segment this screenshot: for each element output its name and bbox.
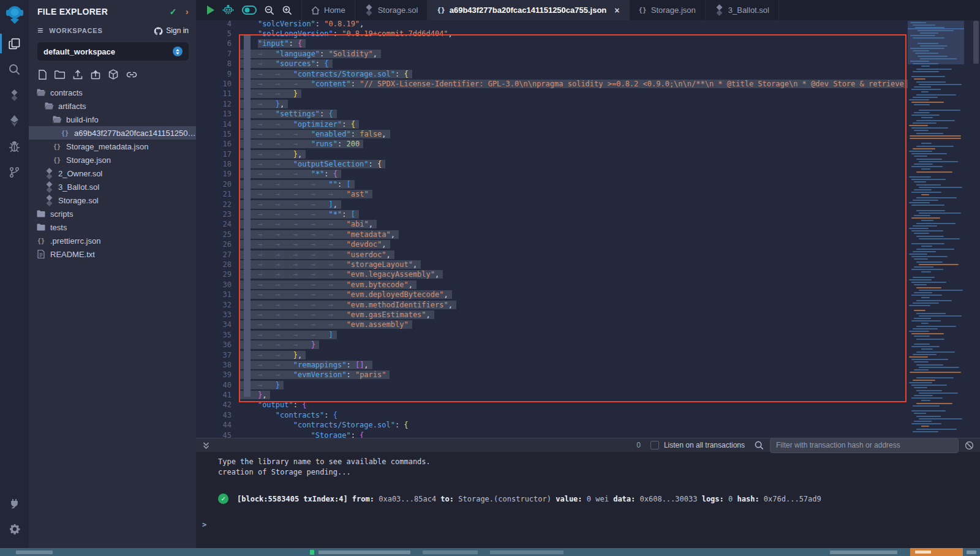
tree-item-artifacts[interactable]: artifacts — [29, 99, 196, 113]
code-line-33[interactable]: 33 → → → → → "evm.gasEstimates", — [196, 310, 908, 320]
code-line-16[interactable]: 16 → → → "runs": 200 — [196, 139, 908, 149]
code-line-14[interactable]: 14 → → "optimizer": { — [196, 119, 908, 129]
close-tab-icon[interactable]: × — [614, 6, 619, 15]
code-line-11[interactable]: 11 → → } — [196, 89, 908, 99]
code-line-37[interactable]: 37 → → }, — [196, 350, 908, 360]
rail-item-source-control[interactable] — [0, 159, 29, 185]
code-line-27[interactable]: 27 → → → → → "userdoc", — [196, 250, 908, 260]
sign-in-button[interactable]: Sign in — [154, 26, 189, 35]
code-line-23[interactable]: 23 → → → → "*": [ — [196, 209, 908, 219]
hamburger-menu-icon[interactable]: ≡ — [37, 25, 43, 36]
tab-a69b43f277ba20fcac141151250ca755-json[interactable]: {}a69b43f277ba20fcac141151250ca755.json× — [427, 0, 628, 20]
gutter-selection-strip — [244, 34, 251, 397]
code-line-4[interactable]: 4 "solcVersion": "0.8.19", — [196, 20, 908, 29]
code-line-7[interactable]: 7 → "language": "Solidity", — [196, 49, 908, 59]
new-file-icon[interactable] — [39, 70, 47, 80]
code-line-41[interactable]: 41 }, — [196, 390, 908, 400]
upload-file-icon[interactable] — [73, 70, 83, 80]
rail-item-settings[interactable] — [0, 516, 29, 542]
tree-item-build-info[interactable]: build-info — [29, 113, 196, 126]
code-line-36[interactable]: 36 → → → } — [196, 340, 908, 350]
new-folder-icon[interactable] — [55, 70, 65, 79]
code-line-34[interactable]: 34 → → → → → "evm.assembly" — [196, 320, 908, 329]
editor-scrollbar-thumb[interactable] — [973, 21, 979, 64]
code-line-21[interactable]: 21 → → → → → "ast" — [196, 189, 908, 199]
terminal-search-icon[interactable] — [755, 441, 764, 450]
code-line-9[interactable]: 9 → → "contracts/Storage.sol": { — [196, 69, 908, 79]
terminal[interactable]: Type the library name to see available c… — [196, 452, 980, 548]
code-line-10[interactable]: 10 → → → "content": "// SPDX-License-Ide… — [196, 79, 908, 89]
rail-item-search[interactable] — [0, 56, 29, 82]
code-line-40[interactable]: 40 → } — [196, 380, 908, 390]
terminal-prompt[interactable]: > — [202, 520, 206, 529]
listen-checkbox[interactable] — [650, 441, 659, 449]
tree-item-a69b43f277ba20fcac141151250ca7-[interactable]: {}a69b43f277ba20fcac141151250ca7... — [29, 126, 196, 140]
code-line-35[interactable]: 35 → → → → ] — [196, 330, 908, 340]
code-line-28[interactable]: 28 → → → → → "storageLayout", — [196, 260, 908, 269]
chevron-right-icon[interactable]: › — [186, 6, 189, 17]
code-line-24[interactable]: 24 → → → → → "abi", — [196, 219, 908, 229]
ai-toggle-switch[interactable] — [242, 6, 257, 15]
tree-item-storage-metadata-json[interactable]: {}Storage_metadata.json — [29, 140, 196, 153]
code-line-19[interactable]: 19 → → → "*": { — [196, 169, 908, 179]
code-line-25[interactable]: 25 → → → → → "metadata", — [196, 230, 908, 239]
tree-item--prettierrc-json[interactable]: {}.prettierrc.json — [29, 234, 196, 247]
code-line-38[interactable]: 38 → → "remappings": [], — [196, 360, 908, 370]
workspaces-label: WORKSPACES — [49, 27, 102, 34]
code-line-43[interactable]: 43 "contracts": { — [196, 410, 908, 420]
tree-item-2-owner-sol[interactable]: 2_Owner.sol — [29, 167, 196, 180]
code-line-26[interactable]: 26 → → → → → "devdoc", — [196, 239, 908, 249]
code-line-29[interactable]: 29 → → → → → "evm.legacyAssembly", — [196, 269, 908, 279]
upload-folder-icon[interactable] — [91, 70, 100, 80]
code-line-6[interactable]: 6 "input": { — [196, 39, 908, 48]
tree-item-scripts[interactable]: scripts — [29, 207, 196, 220]
tree-item-readme-txt[interactable]: README.txt — [29, 247, 196, 261]
filter-input[interactable] — [770, 438, 959, 453]
rail-item-plugin-manager[interactable] — [0, 490, 29, 516]
rail-item-deploy-and-run[interactable] — [0, 108, 29, 133]
clear-console-icon[interactable] — [965, 441, 974, 450]
workspace-select[interactable]: default_workspace — [37, 42, 189, 61]
minimap[interactable] — [908, 20, 964, 438]
status-ai-badge[interactable] — [910, 548, 963, 556]
code-line-15[interactable]: 15 → → → "enabled": false, — [196, 129, 908, 139]
code-line-18[interactable]: 18 → → "outputSelection": { — [196, 159, 908, 169]
zoom-in-icon[interactable] — [282, 6, 292, 15]
tree-item-storage-json[interactable]: {}Storage.json — [29, 153, 196, 167]
code-editor[interactable]: 4 "solcVersion": "0.8.19",5 "solcLongVer… — [196, 20, 908, 438]
code-line-30[interactable]: 30 → → → → → "evm.bytecode", — [196, 280, 908, 290]
code-line-12[interactable]: 12 → }, — [196, 99, 908, 109]
ai-assistant-robot-icon[interactable] — [222, 5, 234, 15]
tree-item-storage-sol[interactable]: Storage.sol — [29, 193, 196, 207]
run-script-button[interactable] — [206, 6, 214, 15]
tree-item-3-ballot-sol[interactable]: 3_Ballot.sol — [29, 180, 196, 193]
link-icon[interactable] — [126, 70, 137, 79]
tree-item-tests[interactable]: tests — [29, 220, 196, 234]
rail-item-solidity-compiler[interactable] — [0, 82, 29, 108]
rail-item-file-explorer[interactable] — [0, 31, 29, 56]
code-line-39[interactable]: 39 → → "evmVersion": "paris" — [196, 370, 908, 380]
code-line-31[interactable]: 31 → → → → → "evm.deployedBytecode", — [196, 290, 908, 299]
remix-logo-icon[interactable] — [6, 5, 24, 24]
cube-icon[interactable] — [108, 69, 118, 80]
zoom-out-icon[interactable] — [265, 6, 274, 15]
expand-terminal-icon[interactable] — [202, 441, 210, 449]
tab-storage-json[interactable]: {}Storage.json — [629, 0, 705, 20]
tab-storage-sol[interactable]: Storage.sol — [355, 0, 428, 20]
code-line-45[interactable]: 45 "Storage": { — [196, 430, 908, 438]
rail-item-debugger[interactable] — [0, 133, 29, 159]
tree-item-contracts[interactable]: contracts — [29, 86, 196, 99]
code-line-22[interactable]: 22 → → → → ], — [196, 200, 908, 209]
code-line-20[interactable]: 20 → → → → "": [ — [196, 179, 908, 189]
tab-3-ballot-sol[interactable]: 3_Ballot.sol — [705, 0, 779, 20]
code-line-8[interactable]: 8 → "sources": { — [196, 59, 908, 69]
transaction-row[interactable]: ✓ [block:5583405 txIndex:4] from: 0xa03.… — [218, 494, 980, 504]
code-line-17[interactable]: 17 → → }, — [196, 149, 908, 159]
code-line-32[interactable]: 32 → → → → → "evm.methodIdentifiers", — [196, 300, 908, 310]
code-line-13[interactable]: 13 → "settings": { — [196, 109, 908, 119]
code-line-44[interactable]: 44 "contracts/Storage.sol": { — [196, 420, 908, 430]
code-line-42[interactable]: 42 "output": { — [196, 400, 908, 410]
check-icon[interactable]: ✓ — [170, 7, 177, 17]
tab-home[interactable]: Home — [301, 0, 355, 20]
code-line-5[interactable]: 5 "solcLongVersion": "0.8.19+commit.7dd6… — [196, 29, 908, 39]
